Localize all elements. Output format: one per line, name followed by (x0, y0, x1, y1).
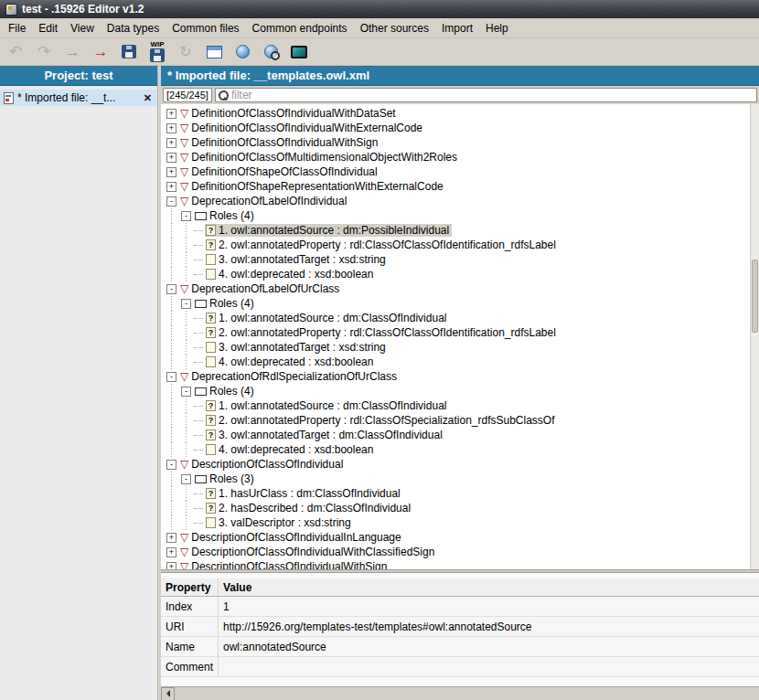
property-value (218, 657, 759, 676)
rdl-browser-button[interactable] (230, 39, 254, 65)
tree-vertical-scrollbar[interactable] (750, 104, 759, 569)
rdl-search-button[interactable] (259, 39, 283, 65)
menu-file[interactable]: File (2, 19, 32, 37)
properties-horizontal-scrollbar[interactable] (161, 686, 759, 700)
collapse-icon[interactable]: - (166, 372, 176, 382)
save-wip-button[interactable]: WIP (145, 39, 169, 65)
expand-icon[interactable]: + (166, 562, 176, 570)
menu-other-sources[interactable]: Other sources (354, 19, 435, 37)
expand-icon[interactable]: + (166, 123, 176, 133)
console-button[interactable] (287, 39, 311, 65)
tree-item-content: ▽DescriptionOfClassOfIndividualInLanguag… (179, 531, 404, 544)
close-icon[interactable]: ✕ (142, 92, 154, 104)
tree-item[interactable]: +▽DefinitionOfClassOfMultidimensionalObj… (165, 150, 750, 164)
scroll-left-arrow[interactable] (161, 687, 175, 700)
tree-item[interactable]: 4. owl:deprecated : xsd:boolean (165, 355, 750, 369)
import-button[interactable]: → (89, 39, 112, 65)
redo-button[interactable]: ↷ (32, 39, 56, 65)
tree-item[interactable]: +▽DefinitionOfClassOfIndividualWithDataS… (165, 106, 750, 121)
tree-item[interactable]: ?3. owl:annotatedTarget : dm:ClassOfIndi… (165, 428, 750, 442)
collapse-icon[interactable]: - (181, 387, 191, 397)
property-row[interactable]: URIhttp://15926.org/templates-test/templ… (161, 617, 759, 637)
tree-item[interactable]: +▽DescriptionOfClassOfIndividualWithSign (165, 559, 750, 569)
tree-connector (194, 435, 203, 436)
tree-item[interactable]: -Roles (4) (165, 208, 750, 223)
menu-import[interactable]: Import (435, 19, 479, 37)
property-value: 1 (218, 597, 759, 616)
tree-item[interactable]: 3. owl:annotatedTarget : xsd:string (165, 340, 750, 355)
tree-item[interactable]: 3. valDescriptor : xsd:string (165, 515, 750, 530)
tree-guide (179, 428, 194, 442)
menu-common-files[interactable]: Common files (166, 19, 245, 37)
tree-guide (179, 398, 194, 413)
tree-item[interactable]: +▽DescriptionOfClassOfIndividualWithClas… (165, 545, 750, 559)
tree-item[interactable]: ?2. owl:annotatedProperty : rdl:ClassOfC… (165, 325, 750, 340)
extract-to-file-button[interactable]: → (60, 39, 84, 65)
tree-item[interactable]: +▽DefinitionOfShapeOfClassOfIndividual (165, 164, 750, 179)
menu-edit[interactable]: Edit (32, 19, 64, 37)
tree-item[interactable]: 3. owl:annotatedTarget : xsd:string (165, 252, 750, 267)
filter-input[interactable] (231, 89, 754, 101)
tree-connector (194, 260, 203, 260)
tree-item[interactable]: -▽DeprecationOfLabelOfUrClass (165, 281, 750, 296)
expand-icon[interactable]: + (166, 182, 176, 192)
scrollbar-thumb[interactable] (752, 260, 758, 333)
collapse-icon[interactable]: - (181, 299, 191, 309)
tree-item[interactable]: +▽DefinitionOfClassOfIndividualWithExter… (165, 121, 750, 135)
new-window-button[interactable] (202, 39, 226, 65)
tree-item-content: ▽DescriptionOfClassOfIndividual (179, 458, 346, 471)
tree-guide (165, 208, 179, 223)
tree-item[interactable]: ?1. owl:annotatedSource : dm:ClassOfIndi… (165, 398, 750, 413)
scrollbar-track[interactable] (175, 687, 759, 700)
tree-item[interactable]: ?1. hasUrClass : dm:ClassOfIndividual (165, 486, 750, 501)
expand-icon[interactable]: + (166, 138, 176, 148)
template-icon: ▽ (180, 561, 188, 570)
tree-item[interactable]: 4. owl:deprecated : xsd:boolean (165, 442, 750, 457)
property-row[interactable]: Comment (161, 657, 759, 677)
property-row[interactable]: Nameowl:annotatedSource (161, 637, 759, 657)
collapse-icon[interactable]: - (181, 474, 191, 484)
tree-item[interactable]: -▽DescriptionOfClassOfIndividual (165, 457, 750, 472)
tree-connector (194, 347, 203, 348)
collapse-icon[interactable]: - (166, 284, 176, 294)
tree-item[interactable]: -Roles (4) (165, 296, 750, 311)
tree-item[interactable]: -▽DeprecationOfLabelOfIndividual (165, 194, 750, 208)
tree-item[interactable]: -Roles (4) (165, 384, 750, 398)
menu-common-endpoints[interactable]: Common endpoints (246, 19, 354, 37)
expand-icon[interactable]: + (166, 547, 176, 557)
tree-item-label: 4. owl:deprecated : xsd:boolean (219, 355, 373, 368)
tree-item[interactable]: +▽DefinitionOfShapeRepresentationWithExt… (165, 179, 750, 194)
tree-item[interactable]: -Roles (3) (165, 472, 750, 486)
tree-item[interactable]: +▽DefinitionOfClassOfIndividualWithSign (165, 135, 750, 150)
tree-item[interactable]: +▽DescriptionOfClassOfIndividualInLangua… (165, 530, 750, 545)
refresh-button[interactable]: ↻ (174, 39, 198, 65)
collapse-icon[interactable]: - (166, 196, 176, 207)
tree-item[interactable]: ?2. hasDescribed : dm:ClassOfIndividual (165, 501, 750, 515)
collapse-icon[interactable]: - (166, 460, 176, 470)
expand-icon[interactable]: + (166, 167, 176, 177)
menu-help[interactable]: Help (479, 19, 515, 37)
undo-button[interactable]: ↶ (4, 39, 27, 65)
expand-icon[interactable]: + (166, 109, 176, 119)
expand-icon[interactable]: + (166, 533, 176, 543)
save-button[interactable] (117, 39, 141, 65)
role-class-icon: ? (206, 488, 216, 499)
imported-file-item[interactable]: * Imported file: __t... ✕ (0, 90, 157, 106)
property-row[interactable]: Index1 (161, 597, 759, 617)
menu-data-types[interactable]: Data types (101, 19, 166, 37)
filter-box (215, 88, 757, 102)
tree-item[interactable]: ?1. owl:annotatedSource : dm:PossibleInd… (165, 223, 750, 238)
tree-item[interactable]: ?2. owl:annotatedProperty : rdl:ClassOfC… (165, 238, 750, 252)
tree-item[interactable]: ?2. owl:annotatedProperty : rdl:ClassOfS… (165, 413, 750, 428)
expand-icon[interactable]: + (166, 153, 176, 163)
tree-guide (165, 340, 179, 355)
tree-item[interactable]: 4. owl:deprecated : xsd:boolean (165, 267, 750, 281)
tree-guide (165, 267, 179, 281)
tree-item-content: ?2. owl:annotatedProperty : rdl:ClassOfS… (205, 414, 558, 427)
tree-item[interactable]: ?1. owl:annotatedSource : dm:ClassOfIndi… (165, 311, 750, 325)
role-class-icon: ? (206, 430, 216, 440)
tree-item-label: DefinitionOfShapeOfClassOfIndividual (191, 165, 377, 178)
menu-view[interactable]: View (64, 19, 101, 37)
tree-item[interactable]: -▽DeprecationOfRdlSpecializationOfUrClas… (165, 369, 750, 384)
collapse-icon[interactable]: - (181, 211, 191, 221)
